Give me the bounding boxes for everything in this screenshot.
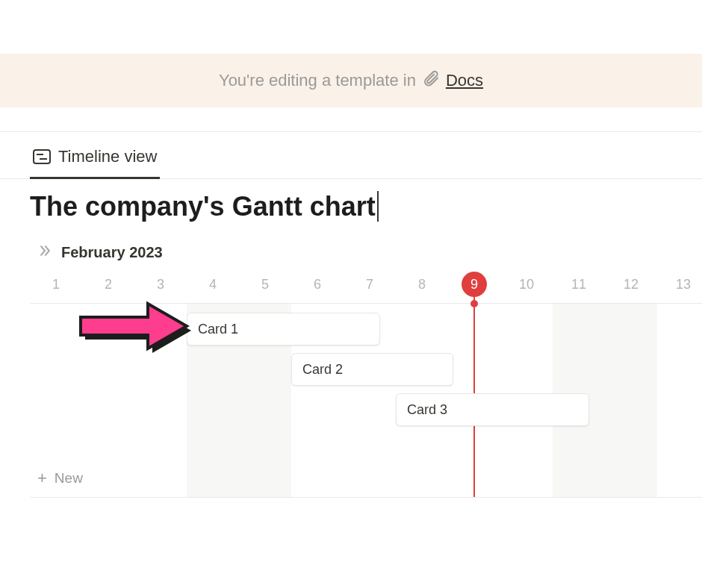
new-label: New [55,470,83,487]
month-label: February 2023 [61,244,163,261]
day[interactable]: 6 [291,268,344,301]
view-tabs: Timeline view [0,132,702,179]
tab-timeline-view[interactable]: Timeline view [30,141,160,179]
day[interactable]: 11 [553,268,605,301]
timeline-icon [33,149,51,164]
today-dot [470,300,478,307]
day[interactable]: 4 [187,268,239,301]
day[interactable]: 5 [239,268,291,301]
timeline-card[interactable]: Card 1 [187,313,380,345]
page-title[interactable]: The company's Gantt chart [30,191,379,222]
timeline-card[interactable]: Card 2 [291,353,453,386]
day[interactable]: 13 [657,268,702,301]
day[interactable]: 2 [82,268,134,301]
svg-rect-7 [145,319,151,334]
template-banner: You're editing a template in Docs [0,54,702,107]
month-selector[interactable]: February 2023 [0,230,702,268]
weekend-shade [605,304,657,497]
banner-message: You're editing a template in [219,71,416,90]
timeline-card[interactable]: Card 3 [396,393,589,426]
new-card-button[interactable]: + New [37,470,83,487]
chevron-double-right-icon [37,243,52,262]
day[interactable]: 12 [605,268,657,301]
svg-rect-0 [34,150,50,163]
page-title-row: The company's Gantt chart [0,179,702,230]
tab-label: Timeline view [58,147,157,166]
docs-link[interactable]: Docs [446,71,483,90]
paperclip-icon [422,69,440,92]
day[interactable]: 8 [396,268,448,301]
day[interactable]: 3 [134,268,187,301]
plus-icon: + [37,470,47,487]
pointer-arrow-annotation [75,298,202,360]
day[interactable]: 10 [500,268,553,301]
day[interactable]: 1 [30,268,82,301]
svg-rect-5 [81,317,148,335]
day[interactable]: 7 [344,268,396,301]
